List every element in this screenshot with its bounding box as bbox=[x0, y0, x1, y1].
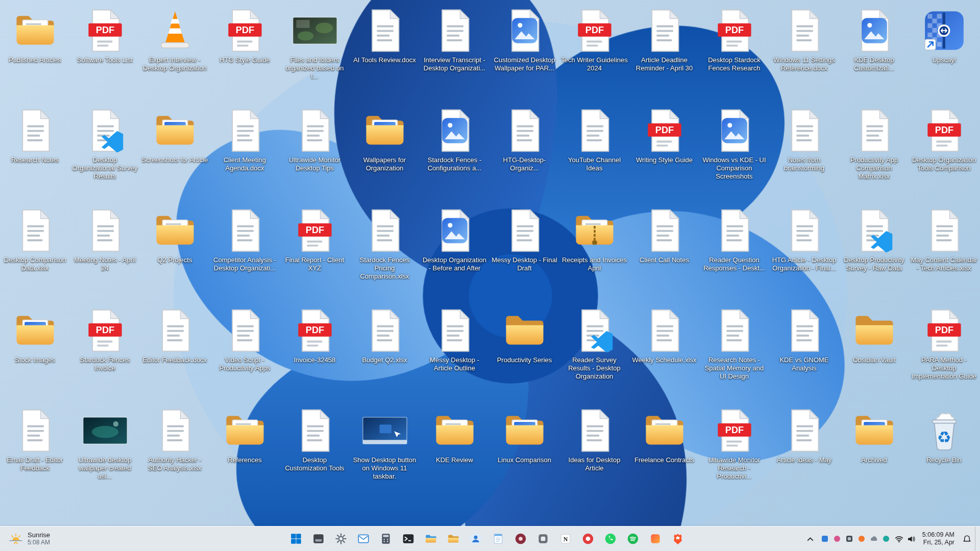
desktop-icon[interactable]: Editor Feedback.docx bbox=[140, 304, 210, 404]
desktop-icon[interactable]: AI Tools Review.docx bbox=[350, 4, 420, 104]
desktop-icon[interactable]: Ultrawide Monitor Desktop Tips bbox=[280, 104, 350, 204]
notion-button[interactable]: N bbox=[555, 529, 576, 549]
people-button[interactable] bbox=[465, 529, 486, 549]
desktop-icon[interactable]: Show Desktop button on Windows 11 taskba… bbox=[350, 404, 420, 504]
hidden-icons-chevron[interactable] bbox=[803, 530, 818, 548]
desktop-icon[interactable]: Stardock Fences Pricing Comparison.xlsx bbox=[350, 204, 420, 304]
clock[interactable]: 5:06:09 AM Fri, 25, Apr bbox=[918, 529, 959, 549]
desktop-icon[interactable]: PDF Stardock Fences Invoice bbox=[70, 304, 140, 404]
desktop-icon[interactable]: Screenshots for Article bbox=[140, 104, 210, 204]
desktop-icon[interactable]: Linux Comparison bbox=[489, 404, 559, 504]
desktop-icon[interactable]: Authority Hacker - SEO Analysis.xlsx bbox=[140, 404, 210, 504]
weather-widget[interactable]: Sunrise 5:08 AM bbox=[3, 529, 55, 549]
desktop-icon[interactable]: Messy Desktop - Final Draft bbox=[489, 204, 559, 304]
tray-cloud-icon[interactable] bbox=[868, 530, 880, 548]
desktop-icon[interactable]: Budget Q2.xlsx bbox=[350, 304, 420, 404]
desktop-icon[interactable]: PDF Desktop Organization Tools Compariso… bbox=[909, 104, 979, 204]
app-red-button[interactable] bbox=[578, 529, 598, 549]
desktop-icon[interactable]: PDF Desktop Stardock Fences Research bbox=[699, 4, 769, 104]
desktop-icon[interactable]: Client Meeting Agenda.docx bbox=[210, 104, 280, 204]
desktop-icon[interactable]: Video Script - Productivity Apps bbox=[210, 304, 280, 404]
desktop-icon[interactable]: KDE Review bbox=[420, 404, 489, 504]
desktop-icon[interactable]: Competitor Analysis - Desktop Organizati… bbox=[210, 204, 280, 304]
desktop-icon[interactable]: PDF Ultrawide Monitor Research - Product… bbox=[699, 404, 769, 504]
show-desktop-button[interactable] bbox=[975, 527, 978, 551]
desktop-icon[interactable]: PDF Tech Writer Guidelines 2024 bbox=[559, 4, 629, 104]
desktop-icon[interactable]: Stock Images bbox=[0, 304, 70, 404]
desktop-icon[interactable]: Reader Survey Results - Desktop Organiza… bbox=[559, 304, 629, 404]
mail-button[interactable] bbox=[353, 529, 374, 549]
desktop-icon[interactable]: Customized Desktop Wallpaper for PAR... bbox=[489, 4, 559, 104]
quick-settings[interactable] bbox=[893, 530, 917, 548]
desktop-icon[interactable]: Interview Transcript - Desktop Organizat… bbox=[420, 4, 489, 104]
desktop-icon[interactable]: Files and folders organized based on t..… bbox=[280, 4, 350, 104]
desktop-icon[interactable]: PDF Writing Style Guide bbox=[629, 104, 699, 204]
tray-app-blue-icon[interactable] bbox=[819, 530, 831, 548]
desktop-icon[interactable]: HTG-Desktop-Organiz... bbox=[489, 104, 559, 204]
desktop-icon[interactable]: ♻ Recycle Bin bbox=[909, 404, 979, 504]
desktop-icon[interactable]: Desktop Customization Tools bbox=[280, 404, 350, 504]
desktop-icon[interactable]: PDF HTG Style Guide bbox=[210, 4, 280, 104]
calculator-button[interactable] bbox=[376, 529, 396, 549]
desktop-icon[interactable]: HTG Article - Desktop Organization - Fin… bbox=[769, 204, 839, 304]
desktop-icon[interactable]: KDE Desktop Customizati... bbox=[839, 4, 909, 104]
desktop-icon[interactable]: Email Draft - Editor Feedback bbox=[0, 404, 70, 504]
desktop-icon[interactable]: Meeting Notes - April 24 bbox=[70, 204, 140, 304]
desktop-icon[interactable]: Desktop Comparison Data.xlsx bbox=[0, 204, 70, 304]
desktop-icon[interactable]: KDE vs GNOME Analysis bbox=[769, 304, 839, 404]
desktop-icon[interactable]: Article Deadline Reminder - April 30 bbox=[629, 4, 699, 104]
desktop-icon[interactable]: Ultrawide desktop wallpaper created usi.… bbox=[70, 404, 140, 504]
desktop-icon[interactable]: Research Notes bbox=[0, 104, 70, 204]
app-maroon-button[interactable] bbox=[510, 529, 531, 549]
terminal-button[interactable] bbox=[398, 529, 419, 549]
desktop-icon[interactable]: PDF Software Tools List bbox=[70, 4, 140, 104]
desktop-icon[interactable]: PDF Final Report - Client XYZ bbox=[280, 204, 350, 304]
brave-button[interactable] bbox=[668, 529, 688, 549]
app-window-dark-button[interactable] bbox=[308, 529, 329, 549]
desktop-icon[interactable]: Windows vs KDE - UI Comparison Screensho… bbox=[699, 104, 769, 204]
desktop-icon[interactable]: YouTube Channel Ideas bbox=[559, 104, 629, 204]
tray-app-orange-icon[interactable] bbox=[855, 530, 868, 548]
start-button[interactable] bbox=[286, 529, 306, 549]
desktop-icon[interactable]: Desktop Organizational Survey Results bbox=[70, 104, 140, 204]
notification-bell[interactable] bbox=[960, 530, 974, 548]
desktop-icon[interactable]: Receipts and Invoices April bbox=[559, 204, 629, 304]
desktop-icon[interactable]: Article Ideas - May bbox=[769, 404, 839, 504]
desktop-icon[interactable]: Productivity Series bbox=[489, 304, 559, 404]
desktop-icon[interactable]: Notes from brainstorming bbox=[769, 104, 839, 204]
app-gray-button[interactable] bbox=[533, 529, 553, 549]
tray-app-dark-icon[interactable] bbox=[843, 530, 855, 548]
desktop-icon[interactable]: Upscayl bbox=[909, 4, 979, 104]
notepad-button[interactable] bbox=[488, 529, 508, 549]
desktop-icon[interactable]: References bbox=[210, 404, 280, 504]
desktop-icon[interactable]: Wallpapers for Organization bbox=[350, 104, 420, 204]
file-explorer-button[interactable] bbox=[421, 529, 441, 549]
desktop-icon[interactable]: Stardock Fences - Configurations a... bbox=[420, 104, 489, 204]
desktop-icon[interactable]: Archived bbox=[839, 404, 909, 504]
desktop-icon[interactable]: PDF PARA Method - Desktop Implementation… bbox=[909, 304, 979, 404]
desktop-icon[interactable]: PDF Invoice-32458 bbox=[280, 304, 350, 404]
folder-button[interactable] bbox=[443, 529, 463, 549]
desktop-icon[interactable]: Windows 11 Settings Reference.docx bbox=[769, 4, 839, 104]
spotify-button[interactable] bbox=[623, 529, 643, 549]
desktop[interactable]: Published Articles PDF Software Tools Li… bbox=[0, 0, 980, 527]
desktop-icon[interactable]: Expert Interview - Desktop Organization bbox=[140, 4, 210, 104]
desktop-icon[interactable]: Weekly Schedule.xlsx bbox=[629, 304, 699, 404]
desktop-icon[interactable]: Published Articles bbox=[0, 4, 70, 104]
whatsapp-button[interactable] bbox=[600, 529, 621, 549]
desktop-icon[interactable]: Desktop Organization - Before and After bbox=[420, 204, 489, 304]
tray-app-pink-icon[interactable] bbox=[831, 530, 843, 548]
desktop-icon[interactable]: Productivity App Comparison Matrix.xlsx bbox=[839, 104, 909, 204]
desktop-icon[interactable]: Desktop Productivity Survey - Raw Data bbox=[839, 204, 909, 304]
desktop-icon[interactable]: Research Notes - Spatial Memory and UI D… bbox=[699, 304, 769, 404]
desktop-icon[interactable]: Ideas for Desktop Article bbox=[559, 404, 629, 504]
tray-app-teal-icon[interactable] bbox=[880, 530, 892, 548]
app-orange-button[interactable] bbox=[645, 529, 666, 549]
desktop-icon[interactable]: Reader Question Responses - Deskt... bbox=[699, 204, 769, 304]
desktop-icon[interactable]: Messy Desktop - Article Outline bbox=[420, 304, 489, 404]
desktop-icon[interactable]: Client Call Notes bbox=[629, 204, 699, 304]
desktop-icon[interactable]: Obsidian Vault bbox=[839, 304, 909, 404]
desktop-icon[interactable]: Q2 Projects bbox=[140, 204, 210, 304]
settings-button[interactable] bbox=[331, 529, 351, 549]
desktop-icon[interactable]: May Content Calendar - Tech Articles.xls… bbox=[909, 204, 979, 304]
